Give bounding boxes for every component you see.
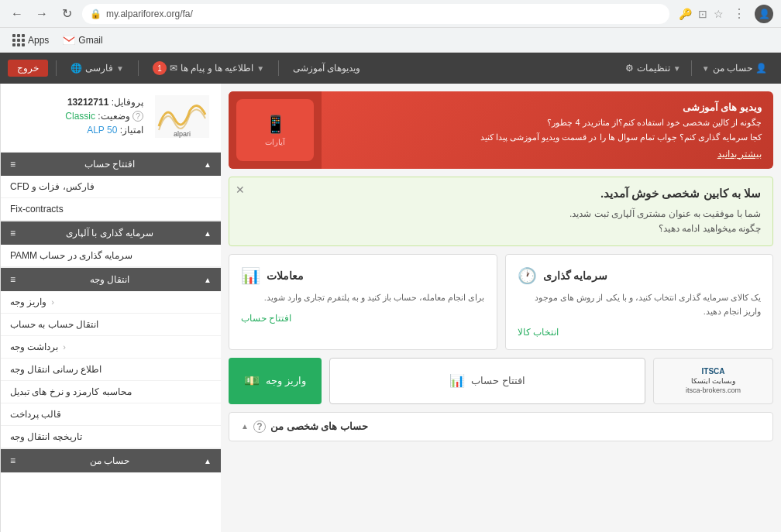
trade-card-desc: برای انجام معامله، حساب باز کنید و به پل… — [241, 291, 485, 305]
banner-content: ویدیو های آموزشی چگونه از کالین شخصی خود… — [322, 94, 773, 167]
accounts-title-text: حساب های شخصی من — [270, 420, 368, 432]
language-arrow-icon: ▼ — [116, 64, 124, 73]
sidebar-header-invest[interactable]: ▲ سرمایه گذاری با آلپاری ≡ — [1, 221, 221, 245]
invest-card-desc: یک کالای سرمایه گذاری انتخاب کنید، و با … — [518, 291, 762, 318]
invest-card: سرمایه گذاری 🕐 یک کالای سرمایه گذاری انت… — [505, 254, 774, 349]
address-bar[interactable]: 🔒 my.alpariforex.org/fa/ — [82, 4, 669, 24]
open-account-items: فارکس، فزات و CFD Fix-contracts — [1, 176, 221, 221]
account-menu[interactable]: 👤 حساب من ▼ — [696, 60, 773, 77]
notification-badge: 1 — [153, 61, 167, 75]
transfer-menu-icon: ≡ — [10, 274, 15, 285]
deposit-button[interactable]: واریز وجه 💵 — [229, 358, 322, 404]
language-label: فارسی — [85, 63, 113, 74]
refresh-button[interactable]: ↻ — [57, 5, 76, 23]
status-question-icon: ? — [132, 111, 143, 122]
apps-label: Apps — [28, 35, 49, 46]
welcome-greeting: سلا به کابین شخصی خوش آمدید. — [241, 187, 761, 201]
invest-card-link[interactable]: انتخاب کالا — [518, 327, 762, 338]
sidebar-section-invest: ▲ سرمایه گذاری با آلپاری ≡ سرمایه گذاری … — [1, 221, 221, 268]
gmail-icon — [63, 36, 75, 45]
accounts-info-icon: ? — [253, 420, 266, 433]
exit-label: خروج — [17, 63, 39, 74]
sidebar-item-deposit[interactable]: ‹ واریز وجه — [1, 291, 221, 314]
invest-title-text: سرمایه گذاری — [543, 269, 608, 282]
sidebar-item-pamm[interactable]: سرمایه گذاری در حساب PAMM — [1, 245, 221, 267]
account-label: حساب من — [713, 63, 752, 74]
trade-card: معاملات 📊 برای انجام معامله، حساب باز کن… — [229, 254, 497, 349]
withdrawal-arrow-icon: ‹ — [63, 342, 66, 352]
banner-line1: چگونه از کالین شخصی خود استفاده کنم؟از م… — [333, 116, 762, 129]
accounts-section: حساب های شخصی من ? ▲ — [229, 412, 773, 441]
browser-chrome: ← → ↻ 🔒 my.alpariforex.org/fa/ 🔑 ⊡ ☆ ⋮ 👤 — [0, 0, 781, 28]
profile-label: پروفایل: — [112, 97, 143, 108]
banner-title: ویدیو های آموزشی — [333, 101, 762, 113]
sidebar-item-fix-contracts[interactable]: Fix-contracts — [1, 198, 221, 221]
sidebar-item-transfer-history[interactable]: تاریخچه انتقال وجه — [1, 426, 221, 448]
sidebar-section-transfer: ▲ انتقال وجه ≡ ‹ واریز وجه انتقال حساب ب… — [1, 268, 221, 449]
status-label: وضعیت: — [98, 111, 129, 122]
menu-icon[interactable]: ⋮ — [730, 5, 748, 23]
notifications-arrow-icon: ▼ — [256, 64, 264, 73]
open-account-menu-icon: ≡ — [10, 159, 15, 170]
back-button[interactable]: ← — [8, 5, 26, 23]
deposit-arrow-icon: ‹ — [51, 297, 54, 307]
open-account-label: افتتاح حساب — [471, 375, 525, 386]
invest-header-label: سرمایه گذاری با آلپاری — [66, 228, 153, 239]
welcome-close-button[interactable]: ✕ — [236, 184, 245, 196]
notifications-menu[interactable]: ▼ اطلاعیه ها و پیام ها ✉ 1 — [146, 58, 270, 78]
sidebar-item-forex-cfd[interactable]: فارکس، فزات و CFD — [1, 176, 221, 198]
settings-label: تنظیمات — [637, 63, 670, 74]
pamm-label: سرمایه گذاری در حساب PAMM — [10, 250, 132, 261]
sidebar-item-withdrawal[interactable]: ‹ برداشت وجه — [1, 336, 221, 359]
nav-sep-3 — [138, 60, 139, 76]
bookmark-star-icon[interactable]: ☆ — [714, 8, 724, 20]
gmail-label: Gmail — [78, 35, 102, 46]
address-text: my.alpariforex.org/fa/ — [106, 9, 193, 19]
invest-icon: 🕐 — [518, 266, 537, 285]
deposit-transfer-label: واریز وجه — [10, 297, 46, 307]
lock-icon: 🔒 — [90, 9, 101, 19]
account-arrow-icon: ▼ — [702, 64, 710, 73]
open-account-header-label: افتتاح حساب — [84, 159, 135, 170]
transfer-items: ‹ واریز وجه انتقال حساب به حساب ‹ برداشت… — [1, 291, 221, 448]
sidebar-item-transfer-account[interactable]: انتقال حساب به حساب — [1, 314, 221, 336]
apps-button[interactable]: Apps — [8, 33, 53, 48]
gmail-button[interactable]: Gmail — [58, 33, 107, 47]
settings-arrow-icon: ▼ — [673, 64, 681, 73]
sidebar-section-open-account: ▲ افتتاح حساب ≡ فارکس، فزات و CFD Fix-co… — [1, 153, 221, 221]
left-panel: ویدیو های آموزشی چگونه از کالین شخصی خود… — [221, 84, 781, 532]
envelope-icon: ✉ — [170, 63, 177, 74]
invest-collapse-icon: ▲ — [204, 229, 212, 238]
sidebar-header-open-account[interactable]: ▲ افتتاح حساب ≡ — [1, 153, 221, 176]
nav-right: 👤 حساب من ▼ ▼ تنظیمات ⚙ — [619, 60, 773, 77]
promo-banner: ویدیو های آموزشی چگونه از کالین شخصی خود… — [229, 91, 773, 169]
sidebar-item-payment-template[interactable]: قالب پرداخت — [1, 403, 221, 426]
profile-icon[interactable]: 👤 — [755, 5, 773, 23]
transfer-notification-label: اطلاع رسانی انتقال وجه — [10, 364, 101, 375]
language-menu[interactable]: ▼ فارسی 🌐 — [64, 60, 130, 77]
my-account-collapse-icon: ▲ — [204, 457, 212, 465]
open-account-button[interactable]: افتتاح حساب 📊 — [329, 358, 645, 404]
banner-logo: 📱 آیارات — [229, 91, 322, 169]
videos-menu[interactable]: ویدیوهای آموزشی — [287, 60, 366, 77]
apps-grid-icon — [12, 34, 25, 46]
banner-line2: کجا سرمایه گذاری کنم؟ جواب تمام سوال ها … — [333, 131, 762, 144]
trade-title-text: معاملات — [267, 269, 304, 282]
svg-text:alpari: alpari — [174, 130, 191, 138]
sidebar-item-transfer-notification[interactable]: اطلاع رسانی انتقال وجه — [1, 359, 221, 381]
sidebar-header-transfer[interactable]: ▲ انتقال وجه ≡ — [1, 268, 221, 291]
gear-icon: ⚙ — [625, 63, 634, 74]
trade-card-link[interactable]: افتتاح حساب — [241, 313, 485, 324]
ad-itsca: ITSCA وبسایت ایتسکا itsca-brokers.com — [653, 358, 773, 404]
settings-menu[interactable]: ▼ تنظیمات ⚙ — [619, 60, 687, 77]
trade-card-title: معاملات 📊 — [241, 266, 485, 285]
forward-button[interactable]: → — [33, 5, 51, 23]
exit-button[interactable]: خروج — [8, 60, 48, 77]
sidebar-header-my-account[interactable]: ▲ حساب من ≡ — [1, 449, 221, 472]
videos-label: ویدیوهای آموزشی — [293, 63, 360, 74]
nav-sep-2 — [278, 60, 279, 76]
account-icon: 👤 — [755, 63, 767, 74]
sidebar-item-fee-calc[interactable]: محاسبه کارمزد و نرخ های تبدیل — [1, 381, 221, 403]
banner-link[interactable]: بیشتر بدانید — [717, 149, 762, 160]
main-nav: 👤 حساب من ▼ ▼ تنظیمات ⚙ ویدیوهای آموزشی … — [0, 53, 781, 84]
